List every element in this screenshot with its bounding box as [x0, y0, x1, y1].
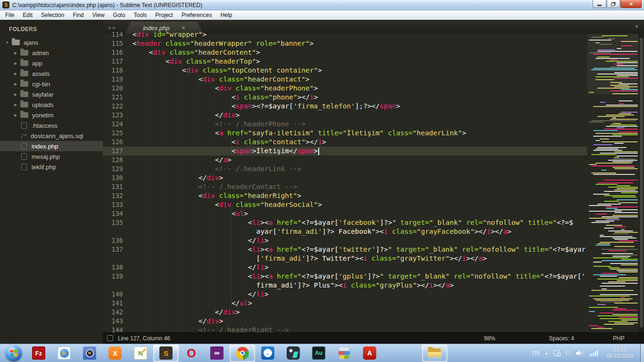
code-line[interactable]: 139<li><a href="<?=$ayar['gplus']?>" tar…: [103, 272, 587, 281]
sidebar-item-dostcann-ajans-sql[interactable]: /*dostcann_ajans.sql: [0, 131, 103, 141]
adobe-audition[interactable]: Au: [306, 345, 331, 362]
menu-selection[interactable]: Selection: [37, 11, 68, 19]
code-line[interactable]: 124<!-- /.headerPhone -->: [103, 120, 587, 129]
chevron-down-icon[interactable]: ▼: [4, 41, 10, 45]
sidebar-item-uploads[interactable]: ▶uploads: [0, 99, 103, 110]
clock[interactable]: 03:13 05.12.2018: [603, 347, 637, 359]
code-line[interactable]: 135<li><a href="<?=$ayar['facebook']?>" …: [103, 218, 587, 227]
code-line[interactable]: 116<div class="headerContent">: [103, 48, 587, 57]
code-line[interactable]: 141</ul>: [103, 299, 587, 308]
syntax-selector[interactable]: PHP: [593, 335, 644, 342]
code-line[interactable]: 132<div class="headerRight">: [103, 191, 587, 200]
opera[interactable]: O: [179, 345, 204, 362]
scrollbar-thumb[interactable]: [640, 38, 643, 328]
sidebar-item-teklif-php[interactable]: teklif.php: [0, 162, 103, 172]
code-line[interactable]: 127<span>İletişim</span>: [103, 147, 587, 156]
chevron-right-icon[interactable]: ▶: [12, 82, 19, 86]
code-line[interactable]: 123</div>: [103, 111, 587, 120]
sublime-text[interactable]: S: [153, 345, 179, 362]
network-signal-icon[interactable]: [589, 350, 598, 356]
code-line[interactable]: 133<div class="headerSocial">: [103, 200, 587, 209]
start-button[interactable]: [1, 345, 26, 362]
windows-media-player[interactable]: ▶: [51, 345, 77, 362]
sidebar-item-sayfalar[interactable]: ▶sayfalar: [0, 89, 103, 99]
filezilla[interactable]: Fz: [26, 345, 51, 362]
tab-nav-left-icon[interactable]: ◀: [107, 25, 113, 30]
safely-remove-hardware-icon[interactable]: [553, 350, 560, 356]
menu-goto[interactable]: Goto: [109, 11, 130, 19]
code-line[interactable]: 140</li>: [103, 290, 587, 299]
windows-explorer[interactable]: [422, 345, 447, 362]
sidebar-item-ajans[interactable]: ▼ajans: [0, 37, 103, 48]
visual-studio[interactable]: ∞: [204, 345, 230, 362]
code-line[interactable]: 114<div id="wrapper">: [103, 30, 587, 39]
language-indicator[interactable]: TR: [531, 350, 539, 357]
code-line[interactable]: 121<i class="phone"></i>: [103, 93, 587, 102]
code-line[interactable]: ayar['firma_adi']?> Facebook"><i class="…: [103, 227, 587, 236]
xampp[interactable]: X: [102, 345, 128, 362]
code-line[interactable]: 120<div class="headerPhone">: [103, 84, 587, 93]
close-button[interactable]: ×: [620, 0, 642, 8]
chevron-right-icon[interactable]: ▶: [12, 51, 19, 55]
sidebar-item-app[interactable]: ▶app: [0, 58, 103, 68]
code-line[interactable]: 129<!-- /.headerLink -->: [103, 165, 587, 173]
code-line[interactable]: 128</a>: [103, 156, 587, 165]
chevron-right-icon[interactable]: ▶: [12, 103, 19, 107]
show-desktop-button[interactable]: [640, 344, 644, 362]
hidden-icons-arrow[interactable]: ▲: [545, 351, 548, 355]
code-line[interactable]: 136</li>: [103, 236, 587, 245]
volume-icon[interactable]: [576, 350, 584, 357]
menu-edit[interactable]: Edit: [18, 11, 37, 19]
menu-tools[interactable]: Tools: [130, 11, 151, 19]
sidebar-item-mesaj-php[interactable]: mesaj.php: [0, 151, 103, 162]
sidebar-item-yonetim[interactable]: ▶yonetim: [0, 110, 103, 120]
notepad-plus-plus[interactable]: N: [128, 345, 153, 362]
chevron-right-icon[interactable]: ▶: [12, 92, 19, 97]
code-line[interactable]: 138</li>: [103, 263, 587, 272]
minimap[interactable]: [587, 34, 639, 332]
code-line[interactable]: 143</div>: [103, 317, 587, 326]
sidebar-item-cgi-bin[interactable]: ▶cgi-bin: [0, 79, 103, 89]
code-line[interactable]: ['firma_adi']?> Twitter"><i class="grayT…: [103, 254, 587, 263]
code-line[interactable]: 130</div>: [103, 173, 587, 182]
sidebar-item-admin[interactable]: ▶admin: [0, 48, 103, 58]
code-area[interactable]: 114<div id="wrapper">115<header class="h…: [103, 30, 587, 332]
code-line[interactable]: 126<i class="contact"></i>: [103, 138, 587, 147]
filmora[interactable]: [281, 345, 306, 362]
menu-help[interactable]: Help: [216, 11, 237, 19]
code-line[interactable]: 134<ul>: [103, 209, 587, 218]
code-line[interactable]: 118<div class="topContent container">: [103, 66, 587, 75]
sidebar-item--htaccess[interactable]: .htaccess: [0, 120, 103, 131]
code-line[interactable]: 115<header class="headerWrapper" role="b…: [103, 39, 587, 48]
acrobat-reader[interactable]: A: [357, 345, 382, 362]
restore-button[interactable]: [607, 0, 620, 8]
photo-viewer[interactable]: [77, 345, 102, 362]
menu-project[interactable]: Project: [151, 11, 177, 19]
chevron-right-icon[interactable]: ▶: [12, 113, 19, 117]
sidebar-item-assets[interactable]: ▶assets: [0, 68, 103, 79]
menu-view[interactable]: View: [88, 11, 109, 19]
chrome[interactable]: [230, 345, 255, 362]
code-line[interactable]: 117<div class="headerTop">: [103, 57, 587, 66]
bluestacks[interactable]: [331, 345, 357, 362]
tab-overflow-icon[interactable]: ▼: [634, 24, 639, 29]
code-line[interactable]: firma_adi']?> Plus"><i class="grayPlus">…: [103, 281, 587, 290]
vintage-mode-icon[interactable]: [107, 335, 113, 341]
sidebar-item-index-php[interactable]: index.php: [0, 141, 103, 151]
indent-settings[interactable]: Spaces: 4: [529, 335, 593, 342]
chevron-right-icon[interactable]: ▶: [12, 72, 19, 76]
code-line[interactable]: 144<!-- / headerRight -->: [103, 326, 587, 332]
code-line[interactable]: 137<li><a href="<?=$ayar['twitter']?>" t…: [103, 245, 587, 254]
menu-preferences[interactable]: Preferences: [177, 11, 216, 19]
action-center-flag-icon[interactable]: ⚐: [565, 349, 571, 357]
scrollbar[interactable]: [639, 34, 644, 332]
minimize-button[interactable]: [593, 0, 606, 8]
code-line[interactable]: 122<span><?=$ayar['firma_telefon'];?></s…: [103, 102, 587, 111]
code-line[interactable]: 131<!-- /.headerContact -->: [103, 182, 587, 191]
chevron-right-icon[interactable]: ▶: [12, 61, 19, 66]
code-line[interactable]: 119<div class="headerContact">: [103, 75, 587, 84]
menu-find[interactable]: Find: [68, 11, 88, 19]
menu-file[interactable]: File: [1, 11, 18, 19]
teamviewer[interactable]: ↔: [255, 345, 281, 362]
code-line[interactable]: 125<a href="sayfa-iletisim" title="İleti…: [103, 129, 587, 138]
